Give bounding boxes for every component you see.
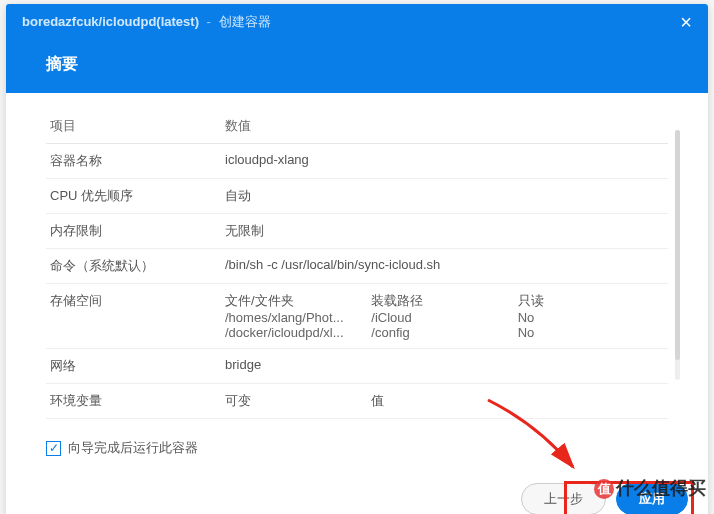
label-command: 命令（系统默认）: [46, 249, 221, 284]
storage-ro: No: [518, 310, 664, 325]
row-cpu-priority: CPU 优先顺序 自动: [46, 179, 668, 214]
value-env: 可变 值: [221, 384, 668, 419]
create-container-dialog: boredazfcuk/icloudpd(latest) - 创建容器 × 摘要…: [6, 4, 708, 514]
title-separator: -: [207, 14, 211, 29]
row-command: 命令（系统默认） /bin/sh -c /usr/local/bin/sync-…: [46, 249, 668, 284]
dialog-footer: 上一步 应用: [6, 471, 708, 514]
storage-entry: /docker/icloudpd/xl... /config No: [225, 325, 664, 340]
value-container-name: icloudpd-xlang: [221, 144, 668, 179]
col-item: 项目: [46, 109, 221, 144]
storage-entry: /homes/xlang/Phot... /iCloud No: [225, 310, 664, 325]
label-memory-limit: 内存限制: [46, 214, 221, 249]
subhead-ro: 只读: [518, 292, 664, 310]
checkbox-label: 向导完成后运行此容器: [68, 439, 198, 457]
dialog-header: boredazfcuk/icloudpd(latest) - 创建容器 ×: [6, 4, 708, 40]
title-action: 创建容器: [219, 14, 271, 29]
row-container-name: 容器名称 icloudpd-xlang: [46, 144, 668, 179]
label-storage: 存储空间: [46, 284, 221, 349]
close-icon[interactable]: ×: [680, 12, 692, 32]
value-network: bridge: [221, 349, 668, 384]
row-storage: 存储空间 文件/文件夹 装载路径 只读 /homes/xlang/Phot...…: [46, 284, 668, 349]
storage-file: /docker/icloudpd/xl...: [225, 325, 371, 340]
table-header-row: 项目 数值: [46, 109, 668, 144]
storage-file: /homes/xlang/Phot...: [225, 310, 371, 325]
col-value: 数值: [221, 109, 668, 144]
label-cpu-priority: CPU 优先顺序: [46, 179, 221, 214]
image-path: boredazfcuk/icloudpd(latest): [22, 14, 199, 29]
summary-content: 项目 数值 容器名称 icloudpd-xlang CPU 优先顺序 自动 内存…: [6, 93, 708, 425]
env-col-variable: 可变: [225, 392, 371, 410]
prev-button[interactable]: 上一步: [521, 483, 606, 514]
label-container-name: 容器名称: [46, 144, 221, 179]
value-command: /bin/sh -c /usr/local/bin/sync-icloud.sh: [221, 249, 668, 284]
value-storage: 文件/文件夹 装载路径 只读 /homes/xlang/Phot... /iCl…: [221, 284, 668, 349]
env-subheader: 可变 值: [225, 392, 664, 410]
value-cpu-priority: 自动: [221, 179, 668, 214]
apply-button[interactable]: 应用: [616, 483, 688, 514]
env-col-value: 值: [371, 392, 517, 410]
run-after-wizard-row[interactable]: ✓ 向导完成后运行此容器: [6, 425, 708, 471]
scrollbar-thumb[interactable]: [675, 130, 680, 360]
label-network: 网络: [46, 349, 221, 384]
section-title: 摘要: [6, 40, 708, 93]
subhead-mount: 装载路径: [371, 292, 517, 310]
storage-subheader: 文件/文件夹 装载路径 只读: [225, 292, 664, 310]
storage-mount: /config: [371, 325, 517, 340]
content-scrollbar[interactable]: [675, 130, 680, 380]
checkbox-icon[interactable]: ✓: [46, 441, 61, 456]
row-network: 网络 bridge: [46, 349, 668, 384]
row-env: 环境变量 可变 值: [46, 384, 668, 419]
value-memory-limit: 无限制: [221, 214, 668, 249]
subhead-file: 文件/文件夹: [225, 292, 371, 310]
storage-ro: No: [518, 325, 664, 340]
row-memory-limit: 内存限制 无限制: [46, 214, 668, 249]
dialog-title: boredazfcuk/icloudpd(latest) - 创建容器: [22, 13, 271, 31]
label-env: 环境变量: [46, 384, 221, 419]
storage-mount: /iCloud: [371, 310, 517, 325]
summary-table: 项目 数值 容器名称 icloudpd-xlang CPU 优先顺序 自动 内存…: [46, 109, 668, 419]
